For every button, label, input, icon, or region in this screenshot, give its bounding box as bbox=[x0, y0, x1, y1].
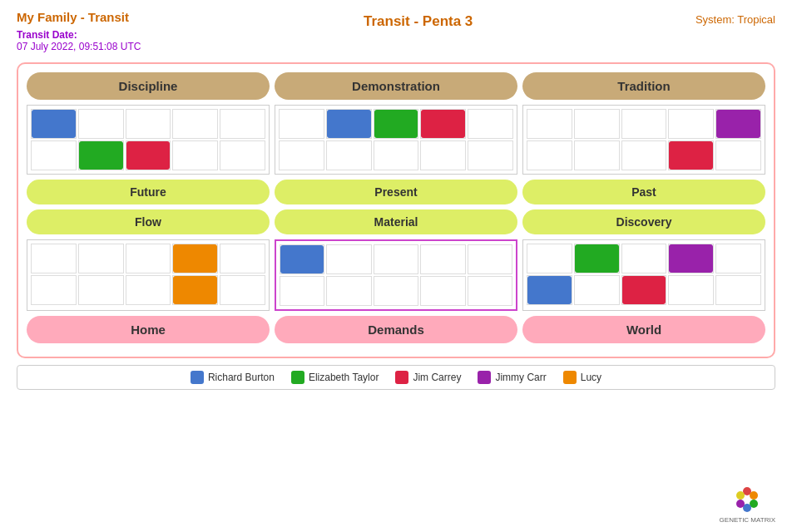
cell bbox=[715, 109, 761, 139]
cell bbox=[279, 109, 324, 139]
cell bbox=[326, 276, 371, 306]
discipline-header: Discipline bbox=[27, 72, 270, 100]
logo-area: GENETIC MATRIX bbox=[720, 481, 775, 524]
cell bbox=[621, 244, 667, 273]
legend-elizabeth-taylor: Elizabeth Taylor bbox=[291, 371, 379, 384]
discipline-grid bbox=[27, 105, 270, 175]
svg-point-1 bbox=[750, 491, 758, 500]
cell bbox=[468, 140, 513, 170]
demands-grid bbox=[275, 239, 517, 311]
bottom-headers: Home Demands World bbox=[27, 316, 765, 343]
label-row-1: Future Present Past bbox=[27, 180, 765, 204]
legend-label-richard-burton: Richard Burton bbox=[208, 372, 275, 383]
legend-color-lucy bbox=[563, 371, 577, 384]
cell bbox=[78, 244, 124, 273]
svg-point-4 bbox=[736, 500, 745, 508]
tradition-grid bbox=[522, 105, 765, 175]
cell bbox=[31, 140, 77, 170]
system-label: System: Tropical bbox=[695, 10, 775, 26]
cell bbox=[420, 276, 465, 306]
cell bbox=[31, 109, 77, 139]
cell bbox=[126, 140, 171, 170]
bottom-blocks-section bbox=[27, 239, 765, 311]
cell bbox=[668, 140, 714, 170]
cell bbox=[126, 109, 171, 139]
cell bbox=[220, 140, 265, 170]
cell bbox=[279, 140, 324, 170]
legend-richard-burton: Richard Burton bbox=[191, 371, 275, 384]
cell bbox=[420, 109, 466, 139]
legend-jim-carrey: Jim Carrey bbox=[395, 371, 461, 384]
cell bbox=[527, 244, 572, 273]
transit-date-label: Transit Date: bbox=[17, 29, 141, 41]
cell bbox=[715, 244, 761, 273]
cell bbox=[527, 140, 572, 170]
past-label: Past bbox=[522, 180, 765, 204]
cell bbox=[574, 109, 620, 139]
transit-date-value: 07 July 2022, 09:51:08 UTC bbox=[17, 41, 141, 52]
cell bbox=[326, 109, 372, 139]
demonstration-header: Demonstration bbox=[275, 72, 517, 100]
cell bbox=[668, 244, 714, 273]
material-label: Material bbox=[275, 209, 517, 234]
cell bbox=[220, 109, 265, 139]
cell bbox=[31, 275, 77, 305]
discovery-label: Discovery bbox=[522, 209, 765, 234]
cell bbox=[621, 109, 667, 139]
world-grid bbox=[522, 239, 765, 311]
cell bbox=[374, 109, 419, 139]
cell bbox=[172, 275, 218, 305]
cell bbox=[78, 140, 124, 170]
cell bbox=[280, 244, 324, 274]
cell bbox=[126, 275, 171, 305]
app-title: My Family - Transit bbox=[17, 10, 141, 24]
cell bbox=[715, 275, 761, 305]
top-blocks-section bbox=[27, 105, 765, 175]
legend-color-elizabeth-taylor bbox=[291, 371, 304, 384]
cell bbox=[172, 109, 218, 139]
genetic-matrix-logo-icon bbox=[730, 481, 764, 515]
legend-color-jimmy-carr bbox=[478, 371, 491, 384]
main-container: Discipline Demonstration Tradition bbox=[17, 62, 775, 358]
future-label: Future bbox=[27, 180, 270, 204]
present-label: Present bbox=[275, 180, 517, 204]
cell bbox=[468, 244, 512, 274]
home-header: Home bbox=[27, 316, 270, 343]
header-left: My Family - Transit Transit Date: 07 Jul… bbox=[17, 10, 141, 52]
home-grid bbox=[27, 239, 270, 311]
cell bbox=[420, 140, 466, 170]
world-header: World bbox=[522, 316, 765, 343]
cell bbox=[172, 140, 218, 170]
cell bbox=[172, 244, 218, 273]
legend-jimmy-carr: Jimmy Carr bbox=[478, 371, 546, 384]
cell bbox=[574, 140, 620, 170]
cell bbox=[621, 275, 667, 305]
cell bbox=[715, 140, 761, 170]
cell bbox=[668, 109, 714, 139]
cell bbox=[668, 275, 714, 305]
cell bbox=[527, 275, 572, 305]
legend-label-jimmy-carr: Jimmy Carr bbox=[495, 372, 546, 383]
legend-lucy: Lucy bbox=[563, 371, 601, 384]
cell bbox=[220, 244, 265, 273]
cell bbox=[31, 244, 77, 273]
cell bbox=[374, 140, 419, 170]
legend: Richard Burton Elizabeth Taylor Jim Carr… bbox=[17, 365, 775, 390]
cell bbox=[527, 109, 572, 139]
legend-label-jim-carrey: Jim Carrey bbox=[413, 372, 461, 383]
cell bbox=[468, 109, 513, 139]
legend-label-lucy: Lucy bbox=[581, 372, 601, 383]
cell bbox=[574, 275, 620, 305]
cell bbox=[420, 244, 465, 274]
svg-point-5 bbox=[736, 491, 745, 500]
top-headers: Discipline Demonstration Tradition bbox=[27, 72, 765, 100]
cell bbox=[326, 244, 371, 274]
cell bbox=[78, 109, 124, 139]
center-title: Transit - Penta 3 bbox=[141, 10, 695, 30]
flow-label: Flow bbox=[27, 209, 270, 234]
label-row-2: Flow Material Discovery bbox=[27, 209, 765, 234]
cell bbox=[220, 275, 265, 305]
cell bbox=[621, 140, 667, 170]
legend-label-elizabeth-taylor: Elizabeth Taylor bbox=[309, 372, 379, 383]
cell bbox=[374, 276, 418, 306]
